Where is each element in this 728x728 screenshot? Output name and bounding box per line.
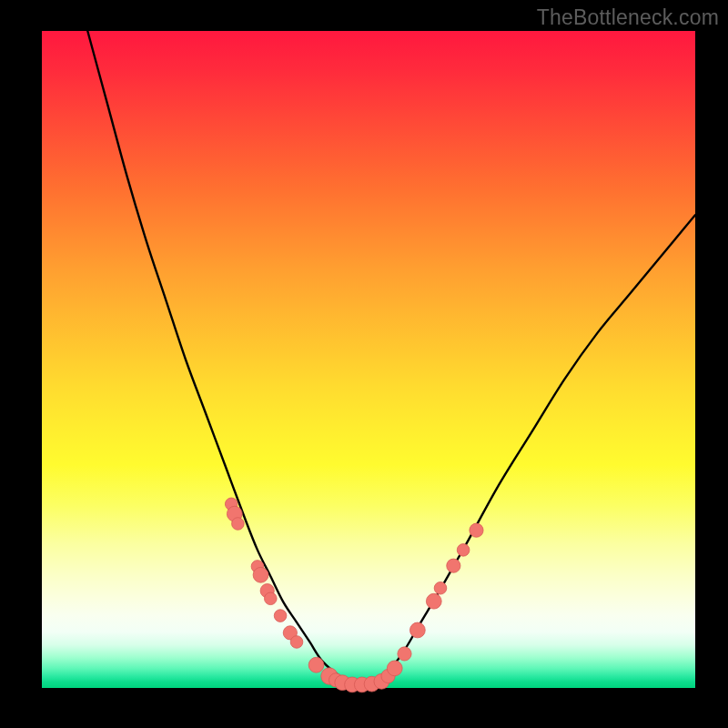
watermark-text: TheBottleneck.com — [537, 5, 719, 30]
data-dot — [426, 593, 441, 609]
data-dot — [457, 544, 470, 557]
chart-stage: TheBottleneck.com — [0, 0, 728, 728]
data-dot — [308, 657, 324, 672]
plot-area — [42, 31, 695, 688]
data-dot — [232, 518, 245, 531]
data-dot — [387, 661, 402, 676]
data-dot — [470, 523, 483, 537]
chart-svg — [42, 31, 695, 688]
data-dot — [274, 610, 287, 622]
data-dot — [434, 581, 447, 594]
data-dot — [398, 647, 411, 661]
bottleneck-curve — [87, 31, 695, 685]
data-dot — [265, 592, 278, 605]
data-dot — [253, 567, 268, 582]
data-dot — [290, 636, 303, 649]
data-dot — [447, 559, 460, 572]
data-dot — [410, 622, 425, 638]
